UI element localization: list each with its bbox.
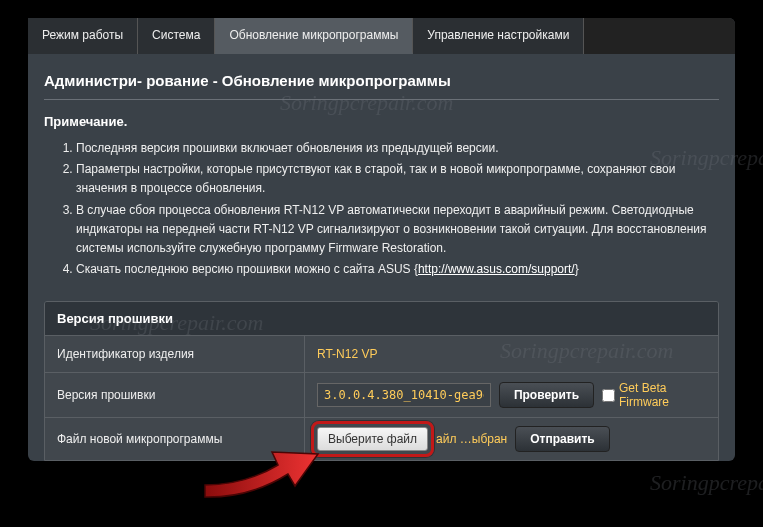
row-firmware-version: Версия прошивки Проверить Get Beta Firmw…	[45, 373, 718, 418]
product-id-value: RT-N12 VP	[305, 339, 718, 369]
section-header: Версия прошивки	[45, 302, 718, 336]
asus-support-link[interactable]: http://www.asus.com/support/	[418, 262, 575, 276]
note-heading: Примечание.	[44, 114, 719, 129]
watermark: Soringpcrepair.com	[650, 470, 763, 496]
beta-firmware-option[interactable]: Get Beta Firmware	[602, 381, 706, 409]
file-chosen-status: айл …ыбран	[436, 432, 507, 446]
firmware-version-input[interactable]	[317, 383, 491, 407]
beta-firmware-label: Get Beta Firmware	[619, 381, 706, 409]
row-product-id: Идентификатор изделия RT-N12 VP	[45, 336, 718, 373]
notes-list: Последняя версия прошивки включает обнов…	[44, 139, 719, 279]
choose-file-button[interactable]: Выберите файл	[317, 427, 428, 451]
check-button[interactable]: Проверить	[499, 382, 594, 408]
product-id-label: Идентификатор изделия	[45, 336, 305, 372]
note-item: Последняя версия прошивки включает обнов…	[76, 139, 719, 158]
divider	[44, 99, 719, 100]
firmware-version-label: Версия прошивки	[45, 373, 305, 417]
note-text: Скачать последнюю версию прошивки можно …	[76, 262, 418, 276]
note-item: Скачать последнюю версию прошивки можно …	[76, 260, 719, 279]
tab-firmware-upgrade[interactable]: Обновление микропрограммы	[215, 18, 413, 54]
note-text: }	[575, 262, 579, 276]
tab-system[interactable]: Система	[138, 18, 215, 54]
note-item: В случае сбоя процесса обновления RT-N12…	[76, 201, 719, 259]
note-item: Параметры настройки, которые присутствую…	[76, 160, 719, 198]
row-new-firmware-file: Файл новой микропрограммы Выберите файл …	[45, 418, 718, 460]
page-title: Администри- рование - Обновление микропр…	[44, 72, 719, 89]
tab-mode[interactable]: Режим работы	[28, 18, 138, 54]
tab-settings-management[interactable]: Управление настройками	[413, 18, 584, 54]
new-firmware-file-label: Файл новой микропрограммы	[45, 418, 305, 460]
tab-bar: Режим работы Система Обновление микропро…	[28, 18, 735, 54]
submit-button[interactable]: Отправить	[515, 426, 609, 452]
beta-firmware-checkbox[interactable]	[602, 389, 615, 402]
firmware-section: Версия прошивки Идентификатор изделия RT…	[44, 301, 719, 461]
